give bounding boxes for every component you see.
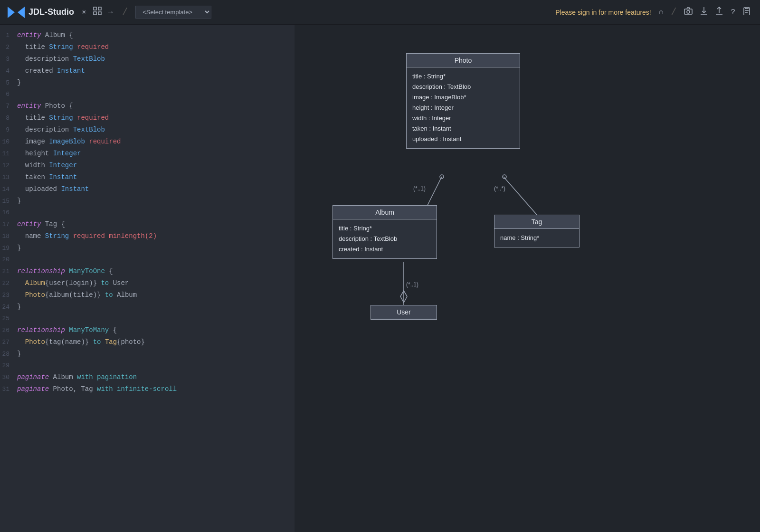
help-icon[interactable]: ? (729, 6, 737, 19)
line-number: 23 (0, 290, 17, 301)
photo-field-2: description : TextBlob (412, 82, 514, 92)
tag-field-1: name : String* (500, 233, 573, 243)
line-content: } (17, 195, 291, 207)
album-header: Album (333, 206, 437, 219)
line-number: 17 (0, 219, 17, 230)
code-line: 10 image ImageBlob required (0, 136, 294, 148)
svg-rect-4 (94, 12, 96, 15)
code-line: 30paginate Album with pagination (0, 371, 294, 383)
line-number: 4 (0, 66, 17, 77)
header-tools: ☀ → (80, 5, 114, 19)
code-line: 27 Photo{tag(name)} to Tag{photo} (0, 336, 294, 348)
album-field-1: title : String* (339, 223, 431, 234)
line-content: entity Photo { (17, 100, 291, 112)
line-number: 1 (0, 30, 17, 41)
svg-marker-0 (8, 7, 15, 18)
line-content: entity Album { (17, 29, 291, 41)
line-number: 19 (0, 243, 17, 254)
line-number: 6 (0, 89, 17, 100)
uml-album-box: Album title : String* description : Text… (332, 205, 437, 259)
code-line: 8 title String required (0, 112, 294, 124)
code-line: 15} (0, 195, 294, 207)
clipboard-icon[interactable] (741, 5, 752, 19)
line-number: 2 (0, 42, 17, 53)
line-number: 27 (0, 337, 17, 348)
svg-marker-1 (18, 7, 25, 18)
code-line: 13 taken Instant (0, 171, 294, 183)
line-number: 18 (0, 231, 17, 242)
uml-tag-box: Tag name : String* (494, 215, 580, 247)
code-line: 28} (0, 348, 294, 360)
svg-rect-2 (94, 7, 96, 10)
code-line: 12 width Integer (0, 160, 294, 171)
line-content: } (17, 77, 291, 88)
line-content: Album{user(login)} to User (17, 277, 291, 289)
line-number: 30 (0, 372, 17, 383)
logo: JDL-Studio (8, 7, 74, 18)
code-line: 6 (0, 89, 294, 100)
code-line: 14 uploaded Instant (0, 183, 294, 195)
photo-field-3: image : ImageBlob* (412, 92, 514, 103)
svg-rect-3 (98, 7, 101, 10)
grid-icon[interactable] (91, 5, 104, 19)
code-line: 31paginate Photo, Tag with infinite-scro… (0, 383, 294, 395)
line-number: 15 (0, 196, 17, 207)
code-line: 1entity Album { (0, 29, 294, 41)
line-number: 22 (0, 278, 17, 289)
line-number: 8 (0, 113, 17, 124)
code-line: 24} (0, 301, 294, 313)
photo-field-7: uploaded : Instant (412, 134, 514, 144)
code-editor[interactable]: 1entity Album {2 title String required3 … (0, 25, 294, 532)
code-line: 23 Photo{album(title)} to Album (0, 289, 294, 301)
line-content: entity Tag { (17, 218, 291, 230)
separator-1: / (122, 7, 128, 18)
code-line: 20 (0, 254, 294, 266)
header: JDL-Studio ☀ → / <Select template> Pleas… (0, 0, 760, 25)
line-number: 26 (0, 325, 17, 336)
line-number: 13 (0, 172, 17, 183)
photo-header: Photo (407, 54, 520, 67)
line-number: 24 (0, 302, 17, 313)
photo-field-4: height : Integer (412, 103, 514, 113)
sun-icon[interactable]: ☀ (80, 6, 88, 19)
code-line: 9 description TextBlob (0, 124, 294, 136)
arrow-icon[interactable]: → (106, 6, 115, 19)
line-number: 5 (0, 77, 17, 89)
photo-field-5: width : Integer (412, 113, 514, 124)
line-content: title String required (17, 41, 291, 53)
line-content: relationship ManyToMany { (17, 324, 291, 336)
header-right-icons: ⌂ / ? (657, 5, 752, 19)
camera-icon[interactable] (682, 5, 694, 19)
upload-icon[interactable] (713, 5, 725, 19)
code-line: 22 Album{user(login)} to User (0, 277, 294, 289)
code-line: 25 (0, 313, 294, 324)
code-line: 26relationship ManyToMany { (0, 324, 294, 336)
separator-2: / (671, 7, 676, 18)
line-content: name String required minlength(2) (17, 230, 291, 242)
line-number: 29 (0, 360, 17, 371)
code-line: 18 name String required minlength(2) (0, 230, 294, 242)
code-line: 21relationship ManyToOne { (0, 266, 294, 277)
code-line: 5} (0, 77, 294, 89)
code-line: 29 (0, 360, 294, 371)
diagram-panel: Photo title : String* description : Text… (294, 25, 760, 532)
album-field-2: description : TextBlob (339, 234, 431, 244)
tag-header: Tag (494, 215, 579, 229)
line-content: description TextBlob (17, 124, 291, 135)
home-icon[interactable]: ⌂ (657, 6, 665, 19)
template-select[interactable]: <Select template> (135, 6, 211, 19)
line-number: 28 (0, 349, 17, 360)
line-number: 20 (0, 254, 17, 266)
download-icon[interactable] (698, 5, 710, 19)
line-content: width Integer (17, 160, 291, 171)
line-number: 9 (0, 124, 17, 136)
code-line: 4 created Instant (0, 65, 294, 77)
uml-user-box: User (370, 305, 437, 320)
line-content: height Integer (17, 148, 291, 159)
code-line: 3 description TextBlob (0, 53, 294, 65)
sign-in-link[interactable]: Please sign in for more features! (555, 9, 651, 16)
code-line: 7entity Photo { (0, 100, 294, 112)
line-content: paginate Photo, Tag with infinite-scroll (17, 383, 291, 395)
svg-line-10 (504, 177, 537, 215)
svg-line-9 (428, 177, 442, 205)
